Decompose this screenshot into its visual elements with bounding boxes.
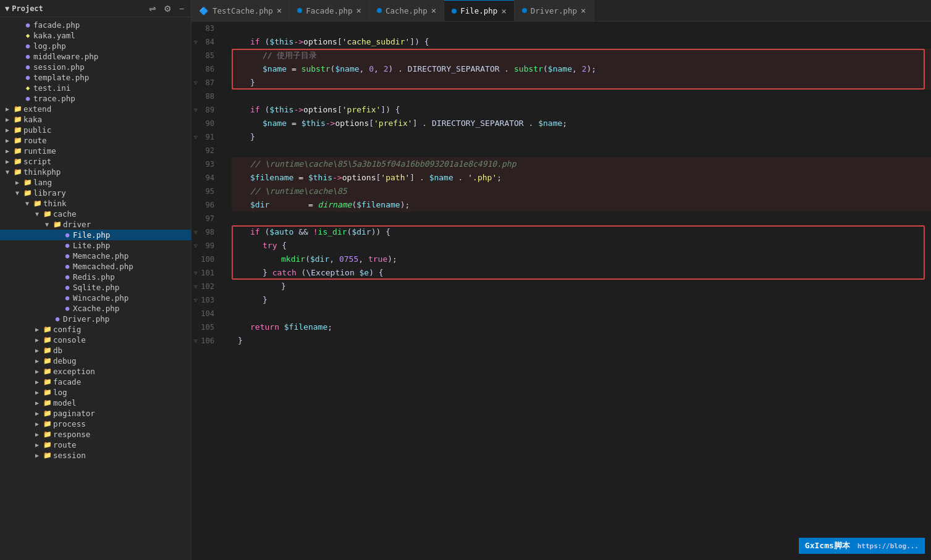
tree-item-kaka-yaml[interactable]: ◆kaka.yaml: [0, 30, 191, 41]
tab-close[interactable]: ×: [356, 6, 361, 15]
tree-item-public[interactable]: ▶📁public: [0, 125, 191, 135]
tree-item-test-ini[interactable]: ◆test.ini: [0, 83, 191, 93]
tree-item-thinkphp[interactable]: ▼📁thinkphp: [0, 167, 191, 177]
tree-item-lang[interactable]: ▶📁lang: [0, 177, 191, 188]
line-101: 101: [192, 266, 221, 280]
tree-item-wincache-php[interactable]: ●Wincache.php: [0, 293, 191, 303]
tree-item-db[interactable]: ▶📁db: [0, 345, 191, 356]
tree-item-driver-php[interactable]: ●Driver.php: [0, 314, 191, 324]
tree-arrow: ▶: [32, 336, 42, 343]
folder-icon: 📁: [42, 336, 53, 344]
tree-item-template-php[interactable]: ●template.php: [0, 72, 191, 83]
tree-arrow: ▶: [2, 137, 12, 144]
tree-arrow: ▶: [32, 420, 42, 427]
code-line-101: } catch (\Exception $e) {: [232, 266, 931, 280]
folder-icon: 📁: [12, 126, 23, 134]
file-icon: ●: [22, 94, 33, 102]
tree-arrow: ▼: [42, 221, 52, 228]
tree-item-kaka[interactable]: ▶📁kaka: [0, 114, 191, 125]
tree-arrow: ▼: [22, 200, 32, 207]
tree-item-route[interactable]: ▶📁route: [0, 440, 191, 450]
tree-item-memcached-php[interactable]: ●Memcached.php: [0, 261, 191, 272]
line-94: 94: [192, 171, 221, 185]
tree-item-think[interactable]: ▼📁think: [0, 198, 191, 209]
code-line-89: if ($this->options['prefix']) {: [232, 103, 931, 117]
tab-dot: [452, 9, 457, 14]
tree-item-label: think: [43, 199, 67, 208]
line-102: 102: [192, 280, 221, 293]
tree-item-library[interactable]: ▼📁library: [0, 188, 191, 198]
tree-item-extend[interactable]: ▶📁extend: [0, 104, 191, 114]
folder-icon: 📁: [12, 157, 23, 165]
tree-item-sqlite-php[interactable]: ●Sqlite.php: [0, 282, 191, 293]
code-line-93: // \runtime\cache\85\5a3b1b5f04a16bb0932…: [232, 157, 931, 171]
tab-close[interactable]: ×: [501, 6, 506, 16]
file-icon: ◆: [22, 84, 33, 92]
tab-close[interactable]: ×: [431, 6, 436, 15]
tree-item-process[interactable]: ▶📁process: [0, 419, 191, 429]
folder-icon: 📁: [42, 357, 53, 365]
line-90: 90: [192, 117, 221, 130]
tree-item-label: cache: [53, 209, 77, 219]
line-88: 88: [192, 90, 221, 103]
code-line-102: }: [232, 280, 931, 293]
tree-item-redis-php[interactable]: ●Redis.php: [0, 272, 191, 282]
tab-file[interactable]: File.php ×: [444, 0, 515, 21]
folder-icon: 📁: [12, 105, 23, 113]
folder-icon: 📁: [42, 420, 53, 428]
tree-item-paginator[interactable]: ▶📁paginator: [0, 408, 191, 419]
tree-arrow: ▶: [32, 326, 42, 333]
tree-item-log-php[interactable]: ●log.php: [0, 41, 191, 51]
tab-label: Driver.php: [531, 6, 577, 15]
folder-icon: 📁: [32, 199, 43, 207]
minimize-icon[interactable]: −: [177, 3, 186, 14]
tab-close[interactable]: ×: [277, 6, 282, 15]
tree-item-session-php[interactable]: ●session.php: [0, 62, 191, 72]
layout-icon[interactable]: ⇌: [147, 3, 158, 14]
tree-item-facade[interactable]: ▶📁facade: [0, 377, 191, 387]
tree-item-label: lang: [33, 178, 52, 187]
tree-item-route[interactable]: ▶📁route: [0, 135, 191, 146]
tab-facade[interactable]: Facade.php ×: [290, 0, 369, 21]
tree-item-label: File.php: [73, 230, 110, 240]
watermark-text: GxIcms脚本: [805, 541, 850, 550]
tree-item-script[interactable]: ▶📁script: [0, 156, 191, 167]
tree-arrow: ▶: [32, 399, 42, 406]
tree-item-exception[interactable]: ▶📁exception: [0, 366, 191, 377]
tree-item-middleware-php[interactable]: ●middleware.php: [0, 51, 191, 62]
tree-item-facade-php[interactable]: ●facade.php: [0, 20, 191, 30]
tree-item-debug[interactable]: ▶📁debug: [0, 356, 191, 366]
line-92: 92: [192, 144, 221, 157]
file-icon: ●: [62, 241, 73, 249]
tree-item-session[interactable]: ▶📁session: [0, 450, 191, 461]
tree-item-trace-php[interactable]: ●trace.php: [0, 93, 191, 104]
tree-item-xcache-php[interactable]: ●Xcache.php: [0, 303, 191, 314]
tree-item-memcache-php[interactable]: ●Memcache.php: [0, 251, 191, 261]
tree-item-label: debug: [53, 356, 77, 366]
tree-item-response[interactable]: ▶📁response: [0, 429, 191, 440]
code-area[interactable]: if ($this->options['cache_subdir']) { //…: [225, 22, 931, 560]
tree-item-lite-php[interactable]: ●Lite.php: [0, 240, 191, 251]
tree-item-label: Redis.php: [73, 272, 115, 282]
tab-cache[interactable]: Cache.php ×: [369, 0, 444, 21]
tab-driver[interactable]: Driver.php ×: [515, 0, 594, 21]
code-line-99: try {: [232, 239, 931, 253]
file-icon: ●: [52, 315, 63, 323]
line-98: 98: [192, 225, 221, 239]
tree-item-driver[interactable]: ▼📁driver: [0, 219, 191, 230]
tree-item-console[interactable]: ▶📁console: [0, 335, 191, 345]
tree-item-cache[interactable]: ▼📁cache: [0, 209, 191, 219]
tree-item-label: facade: [53, 377, 81, 387]
tab-testcache[interactable]: 🔷 TestCache.php ×: [192, 0, 290, 21]
code-line-85: // 使用子目录: [232, 49, 931, 62]
settings-icon[interactable]: ⚙: [162, 3, 174, 14]
line-105: 105: [192, 320, 221, 334]
file-icon: ●: [22, 21, 33, 29]
tree-item-runtime[interactable]: ▶📁runtime: [0, 146, 191, 156]
tree-item-config[interactable]: ▶📁config: [0, 324, 191, 335]
tab-close[interactable]: ×: [581, 6, 586, 15]
tree-item-model[interactable]: ▶📁model: [0, 398, 191, 408]
tree-item-file-php[interactable]: ●File.php: [0, 230, 191, 240]
code-line-83: [232, 22, 931, 35]
tree-item-log[interactable]: ▶📁log: [0, 387, 191, 398]
